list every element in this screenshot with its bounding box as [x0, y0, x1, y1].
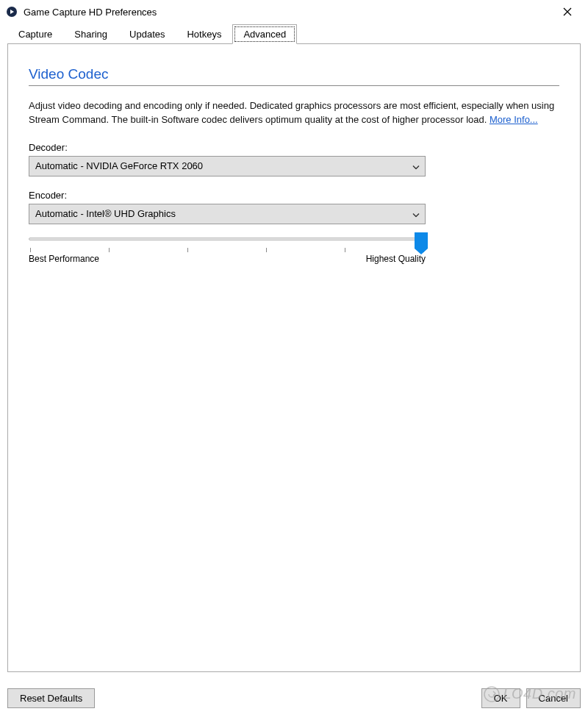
bottom-bar: Reset Defaults OK Cancel — [7, 688, 581, 708]
ok-button[interactable]: OK — [481, 688, 520, 708]
encoder-select[interactable]: Automatic - Intel® UHD Graphics — [29, 204, 426, 224]
cancel-button[interactable]: Cancel — [526, 688, 581, 708]
more-info-link[interactable]: More Info... — [490, 114, 538, 125]
tab-capture[interactable]: Capture — [7, 24, 63, 44]
description-text: Adjust video decoding and encoding only … — [29, 100, 554, 125]
decoder-select[interactable]: Automatic - NVIDIA GeForce RTX 2060 — [29, 156, 426, 176]
tab-panel-advanced: Video Codec Adjust video decoding and en… — [7, 43, 581, 672]
encoder-label: Encoder: — [29, 190, 559, 201]
tab-sharing[interactable]: Sharing — [63, 24, 118, 44]
slider-label-left: Best Performance — [29, 254, 99, 264]
decoder-label: Decoder: — [29, 142, 559, 153]
titlebar: Game Capture HD Preferences — [0, 0, 588, 24]
section-description: Adjust video decoding and encoding only … — [29, 99, 559, 127]
section-title-video-codec: Video Codec — [29, 66, 559, 86]
window-title: Game Capture HD Preferences — [24, 7, 553, 18]
tab-strip: Capture Sharing Updates Hotkeys Advanced — [0, 24, 588, 43]
reset-defaults-button[interactable]: Reset Defaults — [7, 688, 95, 708]
slider-ticks — [29, 248, 426, 252]
decoder-selected-value: Automatic - NVIDIA GeForce RTX 2060 — [35, 160, 203, 171]
encoder-selected-value: Automatic - Intel® UHD Graphics — [35, 208, 176, 219]
tab-updates[interactable]: Updates — [118, 24, 176, 44]
quality-slider[interactable]: Best Performance Highest Quality — [29, 238, 426, 264]
close-button[interactable] — [553, 1, 582, 22]
slider-label-right: Highest Quality — [366, 254, 426, 264]
slider-track — [29, 238, 426, 240]
tab-advanced[interactable]: Advanced — [232, 24, 297, 44]
tab-hotkeys[interactable]: Hotkeys — [176, 24, 232, 44]
slider-thumb[interactable] — [415, 232, 428, 249]
app-icon — [6, 6, 18, 18]
